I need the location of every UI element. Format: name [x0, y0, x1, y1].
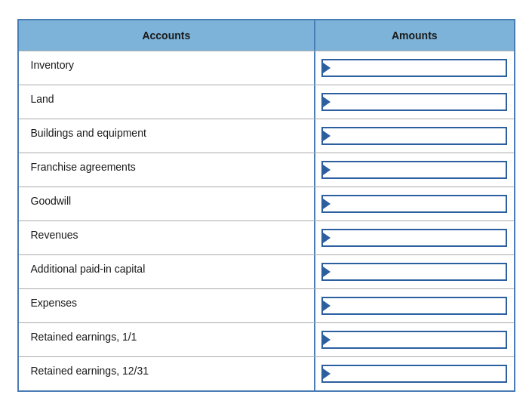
- amount-input-area[interactable]: [321, 127, 507, 145]
- amount-input-area[interactable]: [321, 59, 507, 77]
- triangle-marker-icon: [323, 368, 331, 379]
- account-name: Land: [19, 85, 316, 119]
- account-name: Retained earnings, 12/31: [19, 357, 316, 390]
- account-name: Goodwill: [19, 187, 316, 220]
- triangle-marker-icon: [323, 63, 331, 73]
- triangle-marker-icon: [323, 301, 331, 311]
- table-row: Land: [19, 85, 514, 119]
- amount-cell: [315, 119, 513, 153]
- table-row: Franchise agreements: [19, 153, 514, 187]
- triangle-marker-icon: [323, 165, 331, 175]
- amount-input-area[interactable]: [321, 195, 507, 213]
- amount-cell: [315, 289, 513, 322]
- table-row: Buildings and equipment: [19, 119, 514, 153]
- table-row: Goodwill: [19, 187, 514, 220]
- amount-cell: [315, 187, 513, 220]
- amount-cell: [315, 323, 513, 356]
- amount-cell: [315, 255, 513, 288]
- accounts-table: Accounts Amounts Inventory Land Building…: [17, 19, 515, 392]
- amount-input-area[interactable]: [321, 229, 507, 247]
- account-name: Expenses: [19, 289, 316, 322]
- account-name: Retained earnings, 1/1: [19, 323, 316, 356]
- amount-input-area[interactable]: [321, 93, 507, 111]
- table-row: Retained earnings, 12/31: [19, 356, 514, 390]
- amount-input-area[interactable]: [321, 297, 507, 315]
- amount-cell: [315, 221, 513, 254]
- table-row: Additional paid-in capital: [19, 254, 514, 288]
- triangle-marker-icon: [323, 334, 331, 345]
- accounts-header: Accounts: [19, 20, 316, 51]
- triangle-marker-icon: [323, 131, 331, 141]
- triangle-marker-icon: [323, 97, 331, 107]
- table-row: Retained earnings, 1/1: [19, 322, 514, 356]
- amount-cell: [315, 357, 513, 390]
- amount-input-area[interactable]: [321, 331, 507, 349]
- account-name: Additional paid-in capital: [19, 255, 316, 288]
- amount-cell: [315, 51, 513, 85]
- table-row: Expenses: [19, 288, 514, 322]
- account-name: Buildings and equipment: [19, 119, 316, 153]
- account-name: Revenues: [19, 221, 316, 254]
- amount-input-area[interactable]: [321, 263, 507, 281]
- amount-cell: [315, 85, 513, 119]
- amount-input-area[interactable]: [321, 161, 507, 179]
- table-row: Revenues: [19, 220, 514, 254]
- triangle-marker-icon: [323, 233, 331, 243]
- amount-input-area[interactable]: [321, 365, 507, 383]
- amount-cell: [315, 153, 513, 187]
- account-name: Inventory: [19, 51, 316, 85]
- table-row: Inventory: [19, 51, 514, 85]
- table-header: Accounts Amounts: [19, 20, 514, 51]
- account-name: Franchise agreements: [19, 153, 316, 187]
- amounts-header: Amounts: [315, 20, 513, 51]
- triangle-marker-icon: [323, 267, 331, 277]
- triangle-marker-icon: [323, 199, 331, 209]
